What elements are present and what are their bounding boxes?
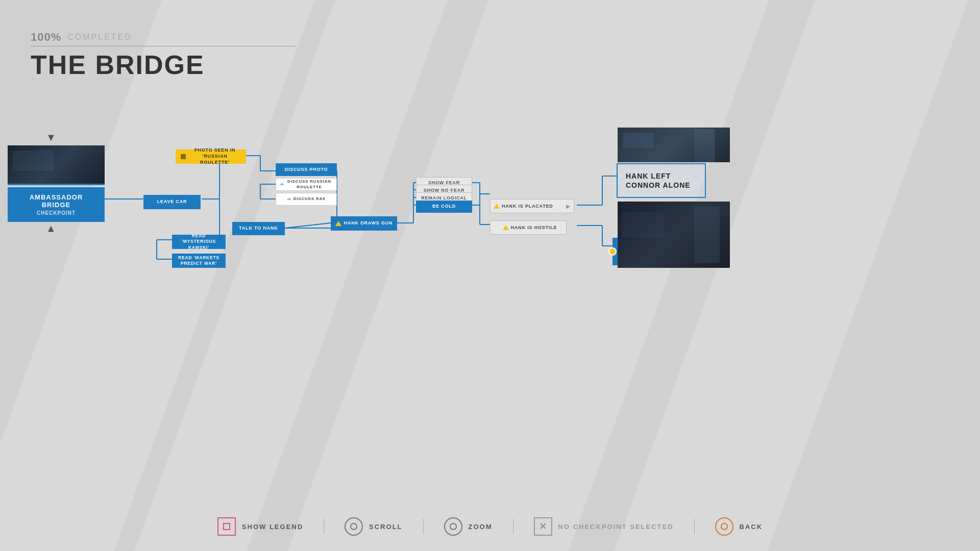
node-discuss-photo: DISCUSS PHOTO — [276, 163, 337, 176]
no-checkpoint-button[interactable]: ✕ NO CHECKPOINT SELECTED — [534, 517, 674, 536]
zoom-button[interactable]: ZOOM — [444, 517, 493, 536]
toolbar-divider-2 — [423, 519, 424, 534]
scroll-down-arrow[interactable]: ▼ — [46, 223, 56, 235]
show-legend-label: SHOW LEGEND — [242, 523, 303, 531]
chapter-title: THE BRIDGE — [31, 49, 296, 80]
show-legend-button[interactable]: SHOW LEGEND — [217, 517, 303, 536]
node-talk-to-hank: TALK TO HANK — [232, 222, 285, 235]
screenshot-hank-left — [618, 128, 730, 162]
flowchart: AMBASSADOR BRIDGE CHECKPOINT LEAVE CAR P… — [0, 0, 980, 551]
node-discuss-ra9: ⇨ DISCUSS RA9 — [276, 193, 337, 206]
zoom-icon — [444, 517, 462, 536]
no-checkpoint-icon: ✕ — [534, 517, 552, 536]
node-read-markets: READ 'MARKETS PREDICT WAR' — [172, 254, 226, 268]
toolbar: SHOW LEGEND SCROLL ZOOM ✕ NO CHECKPOINT … — [0, 517, 980, 536]
back-button[interactable]: BACK — [715, 517, 763, 536]
scroll-icon — [345, 517, 363, 536]
node-hank-is-hostile: HANK IS HOSTILE — [490, 220, 567, 235]
header: 100% COMPLETED THE BRIDGE — [31, 31, 296, 80]
screenshot-thumb-bridge — [8, 145, 105, 185]
screenshot-hank-shot — [618, 202, 730, 268]
back-icon — [715, 517, 733, 536]
toolbar-divider-1 — [324, 519, 324, 534]
scroll-label: SCROLL — [369, 523, 402, 531]
node-photo-seen: PHOTO SEEN IN 'RUSSIAN ROULETTE' — [176, 149, 246, 164]
header-divider — [31, 46, 296, 46]
node-discuss-russian: ⇨ DISCUSS RUSSIAN ROULETTE — [276, 178, 337, 191]
back-label: BACK — [740, 523, 763, 531]
toolbar-divider-3 — [513, 519, 513, 534]
no-checkpoint-label: NO CHECKPOINT SELECTED — [558, 523, 674, 531]
show-legend-icon — [217, 517, 236, 536]
node-ambassador-bridge: AMBASSADOR BRIDGE CHECKPOINT — [8, 187, 105, 222]
node-read-mysterious: READ 'MYSTERIOUS KAMSKI' — [172, 235, 226, 249]
zoom-label: ZOOM — [469, 523, 493, 531]
node-leave-car: LEAVE CAR — [143, 195, 201, 209]
completion-pct: 100% — [31, 31, 61, 44]
node-be-cold: BE COLD — [416, 201, 472, 213]
scroll-up-arrow[interactable]: ▼ — [46, 132, 56, 143]
node-hank-draws-gun: HANK DRAWS GUN — [331, 216, 397, 231]
node-hank-is-placated: HANK IS PLACATED ▶ — [490, 199, 574, 213]
node-hank-left-connor: HANK LEFT CONNOR ALONE — [617, 163, 706, 198]
toolbar-divider-4 — [694, 519, 695, 534]
completion-label: COMPLETED — [67, 33, 132, 42]
scroll-button[interactable]: SCROLL — [345, 517, 402, 536]
